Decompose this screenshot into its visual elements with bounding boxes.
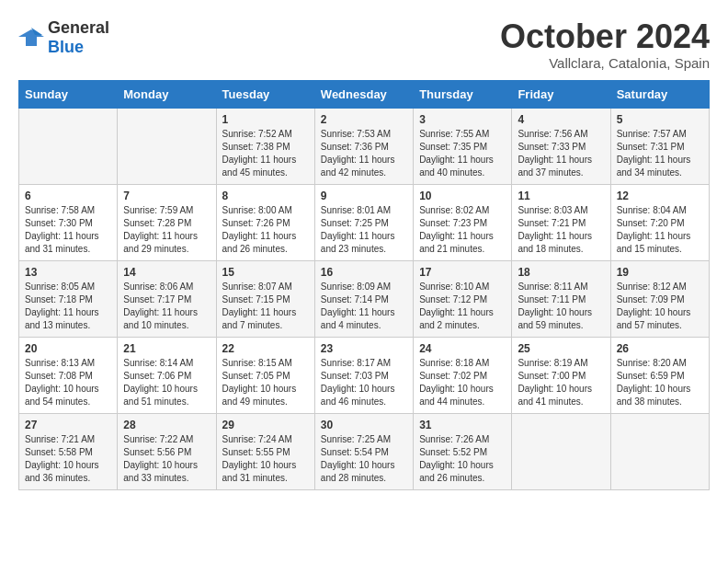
day-number: 20 — [25, 342, 111, 355]
day-info: Sunrise: 8:05 AMSunset: 7:18 PMDaylight:… — [25, 281, 111, 332]
calendar-cell: 18 Sunrise: 8:11 AMSunset: 7:11 PMDaylig… — [512, 260, 610, 337]
day-number: 17 — [419, 266, 506, 279]
day-info: Sunrise: 8:03 AMSunset: 7:21 PMDaylight:… — [518, 204, 604, 256]
calendar-cell: 21 Sunrise: 8:14 AMSunset: 7:06 PMDaylig… — [118, 337, 216, 413]
day-number: 4 — [518, 113, 604, 126]
logo-bird-icon — [18, 28, 44, 48]
calendar-header: Sunday Monday Tuesday Wednesday Thursday… — [19, 80, 710, 108]
day-info: Sunrise: 8:20 AMSunset: 6:59 PMDaylight:… — [617, 357, 703, 408]
header-friday: Friday — [512, 80, 610, 108]
day-info: Sunrise: 8:00 AMSunset: 7:26 PMDaylight:… — [222, 204, 309, 256]
calendar-week-4: 20 Sunrise: 8:13 AMSunset: 7:08 PMDaylig… — [19, 337, 710, 413]
calendar-week-1: 1 Sunrise: 7:52 AMSunset: 7:38 PMDayligh… — [19, 108, 710, 184]
calendar-cell: 17 Sunrise: 8:10 AMSunset: 7:12 PMDaylig… — [414, 260, 512, 337]
day-number: 5 — [617, 113, 703, 126]
day-number: 8 — [222, 190, 309, 202]
header-thursday: Thursday — [414, 80, 512, 108]
day-info: Sunrise: 7:56 AMSunset: 7:33 PMDaylight:… — [518, 128, 604, 179]
calendar-cell: 19 Sunrise: 8:12 AMSunset: 7:09 PMDaylig… — [610, 260, 709, 337]
day-info: Sunrise: 8:01 AMSunset: 7:25 PMDaylight:… — [321, 204, 407, 256]
location-subtitle: Vallclara, Catalonia, Spain — [500, 55, 710, 71]
day-info: Sunrise: 8:18 AMSunset: 7:02 PMDaylight:… — [419, 357, 506, 408]
calendar-cell: 27 Sunrise: 7:21 AMSunset: 5:58 PMDaylig… — [19, 413, 118, 489]
day-number: 23 — [321, 342, 407, 355]
day-number: 14 — [123, 266, 210, 279]
calendar-cell: 16 Sunrise: 8:09 AMSunset: 7:14 PMDaylig… — [314, 260, 413, 337]
day-number: 18 — [518, 266, 604, 279]
day-number: 12 — [617, 190, 703, 202]
day-info: Sunrise: 8:11 AMSunset: 7:11 PMDaylight:… — [518, 281, 604, 332]
day-number: 31 — [419, 419, 506, 431]
day-number: 10 — [419, 190, 506, 202]
day-number: 13 — [25, 266, 111, 279]
day-info: Sunrise: 7:55 AMSunset: 7:35 PMDaylight:… — [419, 128, 506, 179]
calendar-cell: 12 Sunrise: 8:04 AMSunset: 7:20 PMDaylig… — [610, 184, 709, 260]
day-info: Sunrise: 8:04 AMSunset: 7:20 PMDaylight:… — [617, 204, 703, 256]
calendar-cell: 6 Sunrise: 7:58 AMSunset: 7:30 PMDayligh… — [19, 184, 118, 260]
day-number: 16 — [321, 266, 407, 279]
day-info: Sunrise: 8:02 AMSunset: 7:23 PMDaylight:… — [419, 204, 506, 256]
svg-marker-0 — [18, 29, 44, 46]
day-info: Sunrise: 8:15 AMSunset: 7:05 PMDaylight:… — [222, 357, 309, 408]
day-info: Sunrise: 7:58 AMSunset: 7:30 PMDaylight:… — [25, 204, 111, 256]
day-number: 28 — [123, 419, 210, 431]
header-monday: Monday — [118, 80, 216, 108]
calendar-cell: 13 Sunrise: 8:05 AMSunset: 7:18 PMDaylig… — [19, 260, 118, 337]
calendar-cell: 20 Sunrise: 8:13 AMSunset: 7:08 PMDaylig… — [19, 337, 118, 413]
calendar-cell: 8 Sunrise: 8:00 AMSunset: 7:26 PMDayligh… — [216, 184, 314, 260]
header-tuesday: Tuesday — [216, 80, 314, 108]
day-number: 9 — [321, 190, 407, 202]
day-info: Sunrise: 7:21 AMSunset: 5:58 PMDaylight:… — [25, 433, 111, 485]
day-info: Sunrise: 7:22 AMSunset: 5:56 PMDaylight:… — [123, 433, 210, 485]
day-number: 22 — [222, 342, 309, 355]
day-number: 1 — [222, 113, 309, 126]
calendar-cell: 25 Sunrise: 8:19 AMSunset: 7:00 PMDaylig… — [512, 337, 610, 413]
calendar-cell: 10 Sunrise: 8:02 AMSunset: 7:23 PMDaylig… — [414, 184, 512, 260]
header-wednesday: Wednesday — [314, 80, 413, 108]
calendar-cell: 28 Sunrise: 7:22 AMSunset: 5:56 PMDaylig… — [118, 413, 216, 489]
logo-blue: Blue — [48, 38, 84, 56]
day-number: 27 — [25, 419, 111, 431]
day-info: Sunrise: 7:24 AMSunset: 5:55 PMDaylight:… — [222, 433, 309, 485]
day-info: Sunrise: 8:19 AMSunset: 7:00 PMDaylight:… — [518, 357, 604, 408]
calendar-cell: 22 Sunrise: 8:15 AMSunset: 7:05 PMDaylig… — [216, 337, 314, 413]
day-number: 11 — [518, 190, 604, 202]
month-title: October 2024 — [500, 18, 710, 55]
day-info: Sunrise: 8:14 AMSunset: 7:06 PMDaylight:… — [123, 357, 210, 408]
day-number: 2 — [321, 113, 407, 126]
calendar-cell: 5 Sunrise: 7:57 AMSunset: 7:31 PMDayligh… — [610, 108, 709, 184]
calendar-cell: 23 Sunrise: 8:17 AMSunset: 7:03 PMDaylig… — [314, 337, 413, 413]
day-number: 29 — [222, 419, 309, 431]
day-number: 3 — [419, 113, 506, 126]
page-header: General Blue October 2024 Vallclara, Cat… — [18, 18, 710, 71]
day-number: 30 — [321, 419, 407, 431]
logo: General Blue — [18, 18, 109, 57]
calendar-cell: 14 Sunrise: 8:06 AMSunset: 7:17 PMDaylig… — [118, 260, 216, 337]
day-number: 26 — [617, 342, 703, 355]
day-info: Sunrise: 8:09 AMSunset: 7:14 PMDaylight:… — [321, 281, 407, 332]
calendar-cell — [19, 108, 118, 184]
title-block: October 2024 Vallclara, Catalonia, Spain — [500, 18, 710, 71]
day-number: 6 — [25, 190, 111, 202]
calendar-table: Sunday Monday Tuesday Wednesday Thursday… — [18, 80, 710, 490]
day-number: 21 — [123, 342, 210, 355]
day-info: Sunrise: 7:59 AMSunset: 7:28 PMDaylight:… — [123, 204, 210, 256]
day-info: Sunrise: 7:25 AMSunset: 5:54 PMDaylight:… — [321, 433, 407, 485]
calendar-cell — [118, 108, 216, 184]
calendar-cell: 31 Sunrise: 7:26 AMSunset: 5:52 PMDaylig… — [414, 413, 512, 489]
calendar-cell: 15 Sunrise: 8:07 AMSunset: 7:15 PMDaylig… — [216, 260, 314, 337]
calendar-cell: 2 Sunrise: 7:53 AMSunset: 7:36 PMDayligh… — [314, 108, 413, 184]
day-info: Sunrise: 8:17 AMSunset: 7:03 PMDaylight:… — [321, 357, 407, 408]
calendar-cell: 1 Sunrise: 7:52 AMSunset: 7:38 PMDayligh… — [216, 108, 314, 184]
calendar-cell — [610, 413, 709, 489]
calendar-body: 1 Sunrise: 7:52 AMSunset: 7:38 PMDayligh… — [19, 108, 710, 489]
calendar-week-3: 13 Sunrise: 8:05 AMSunset: 7:18 PMDaylig… — [19, 260, 710, 337]
header-row: Sunday Monday Tuesday Wednesday Thursday… — [19, 80, 710, 108]
day-info: Sunrise: 7:57 AMSunset: 7:31 PMDaylight:… — [617, 128, 703, 179]
day-info: Sunrise: 8:12 AMSunset: 7:09 PMDaylight:… — [617, 281, 703, 332]
day-number: 15 — [222, 266, 309, 279]
day-info: Sunrise: 8:13 AMSunset: 7:08 PMDaylight:… — [25, 357, 111, 408]
day-info: Sunrise: 7:52 AMSunset: 7:38 PMDaylight:… — [222, 128, 309, 179]
calendar-cell — [512, 413, 610, 489]
logo-text: General Blue — [48, 18, 109, 57]
